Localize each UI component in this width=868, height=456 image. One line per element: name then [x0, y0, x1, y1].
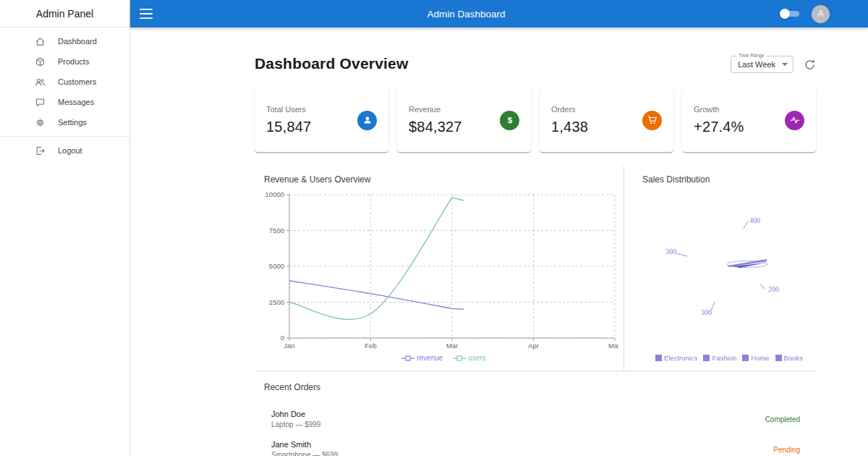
charts-row: Revenue & Users Overview 025005000750010…	[255, 165, 816, 371]
legend-label: Home	[751, 354, 769, 362]
sidebar-item-label: Dashboard	[58, 37, 97, 46]
stat-value: $84,327	[409, 119, 462, 135]
topbar: Admin Dashboard A	[130, 0, 868, 28]
legend-square-icon	[775, 355, 782, 361]
order-status-badge: Completed	[765, 415, 800, 423]
orders-list: John DoeLaptop — $999CompletedJane Smith…	[264, 404, 816, 456]
activity-icon	[785, 111, 804, 130]
sidebar-item-label: Products	[58, 57, 89, 66]
logout-icon	[35, 145, 46, 156]
header-controls: Time Range Last Week	[731, 56, 816, 73]
stat-card-orders: Orders1,438	[540, 88, 673, 152]
content: Dashboard Overview Time Range Last Week …	[130, 28, 868, 456]
order-row: John DoeLaptop — $999Completed	[264, 404, 816, 434]
avatar[interactable]: A	[812, 5, 830, 23]
stat-value: 15,847	[266, 119, 311, 135]
legend-label: Fashion	[712, 354, 736, 362]
box-icon	[35, 56, 46, 67]
sidebar-item-label: Settings	[58, 118, 87, 127]
time-range-value: Last Week	[738, 60, 775, 69]
menu-icon[interactable]	[140, 9, 153, 19]
svg-text:May: May	[608, 342, 618, 350]
sidebar-item-settings[interactable]: Settings	[0, 112, 129, 132]
content-header: Dashboard Overview Time Range Last Week	[255, 55, 816, 75]
revenue-users-chart-panel: Revenue & Users Overview 025005000750010…	[255, 165, 624, 371]
pie-chart-legend: ElectronicsFashionHomeBooks	[642, 354, 816, 362]
sidebar-title: Admin Panel	[0, 0, 129, 28]
order-customer: John Doe	[271, 410, 320, 418]
svg-text:2500: 2500	[269, 298, 284, 306]
svg-text:0: 0	[281, 334, 284, 342]
stat-label: Total Users	[266, 105, 311, 114]
legend-item-home: Home	[742, 354, 769, 362]
order-info: Jane SmithSmartphone — $699	[271, 440, 338, 456]
sidebar-item-products[interactable]: Products	[0, 51, 129, 72]
svg-text:Jan: Jan	[284, 342, 294, 350]
svg-text:200: 200	[768, 285, 779, 293]
chat-icon	[35, 97, 46, 108]
refresh-icon[interactable]	[804, 59, 816, 71]
order-product-price: Smartphone — $699	[271, 451, 338, 456]
stat-card-total-users: Total Users15,847	[255, 88, 388, 152]
legend-line-icon	[401, 355, 414, 361]
sidebar-item-label: Messages	[58, 98, 94, 106]
order-status-badge: Pending	[773, 446, 800, 454]
legend-item-users: users	[453, 354, 485, 362]
page-title: Dashboard Overview	[255, 55, 409, 72]
dollar-icon: $	[500, 111, 519, 130]
sidebar-item-logout[interactable]: Logout	[0, 140, 129, 161]
sidebar-item-label: Customers	[58, 77, 96, 86]
stat-card-growth: Growth+27.4%	[682, 88, 816, 152]
sidebar-item-label: Logout	[58, 146, 82, 155]
chevron-down-icon	[782, 63, 788, 66]
users-icon	[35, 77, 46, 88]
order-row: Jane SmithSmartphone — $699Pending	[264, 434, 816, 456]
line-chart: 025005000750010000JanFebMarAprMay	[264, 190, 618, 352]
user-icon	[357, 111, 377, 130]
svg-text:400: 400	[749, 216, 760, 224]
legend-square-icon	[655, 355, 662, 361]
svg-text:5000: 5000	[269, 262, 284, 270]
sidebar-item-dashboard[interactable]: Dashboard	[0, 31, 129, 51]
stat-value: +27.4%	[694, 119, 744, 135]
legend-label: revenue	[417, 354, 443, 362]
cart-icon	[642, 111, 662, 130]
line-chart-title: Revenue & Users Overview	[264, 174, 624, 185]
stat-label: Revenue	[409, 105, 462, 114]
main-column: Admin Dashboard A Dashboard Overview Tim…	[130, 0, 868, 456]
legend-square-icon	[742, 355, 749, 361]
toggle-thumb	[780, 9, 790, 19]
time-range-select[interactable]: Time Range Last Week	[731, 56, 793, 73]
pie-chart: 400300200300	[642, 190, 816, 352]
home-icon	[35, 36, 46, 47]
stat-value: 1,438	[551, 119, 588, 135]
svg-text:300: 300	[701, 308, 712, 316]
time-range-label: Time Range	[736, 53, 766, 58]
svg-text:$: $	[507, 116, 512, 124]
recent-orders-section: Recent Orders John DoeLaptop — $999Compl…	[255, 371, 816, 456]
legend-square-icon	[703, 355, 710, 361]
legend-label: users	[468, 354, 485, 362]
sidebar: Admin Panel DashboardProductsCustomersMe…	[0, 0, 130, 456]
legend-item-fashion: Fashion	[703, 354, 736, 362]
stats-row: Total Users15,847Revenue$84,327$Orders1,…	[255, 88, 816, 152]
order-product-price: Laptop — $999	[271, 421, 320, 428]
order-customer: Jane Smith	[271, 440, 338, 449]
svg-text:7500: 7500	[269, 227, 284, 235]
stat-label: Orders	[551, 105, 588, 114]
stat-label: Growth	[694, 105, 744, 114]
topbar-right: A	[780, 5, 856, 23]
sales-distribution-panel: Sales Distribution 400300200300 Electron…	[624, 165, 816, 371]
theme-toggle[interactable]	[780, 9, 800, 19]
svg-text:Feb: Feb	[365, 342, 376, 350]
stat-text: Orders1,438	[551, 105, 588, 135]
sidebar-nav: DashboardProductsCustomersMessagesSettin…	[0, 28, 129, 161]
legend-item-electronics: Electronics	[655, 354, 697, 362]
legend-label: Books	[784, 354, 803, 362]
sidebar-item-customers[interactable]: Customers	[0, 72, 129, 92]
sidebar-item-messages[interactable]: Messages	[0, 92, 129, 112]
line-chart-legend: revenueusers	[264, 354, 624, 362]
sidebar-divider	[0, 136, 129, 137]
svg-text:10000: 10000	[265, 190, 284, 198]
pie-chart-title: Sales Distribution	[642, 174, 816, 185]
